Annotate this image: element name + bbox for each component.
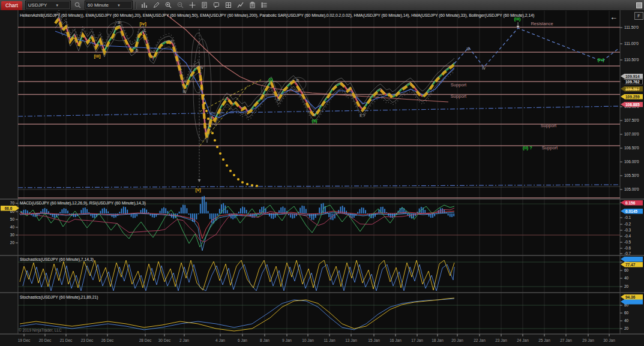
wave-label--v-: [v] — [195, 187, 200, 192]
price-tick: 106.00'0 — [624, 160, 639, 164]
interval-selector[interactable]: 60 Minute ▼ — [85, 1, 133, 10]
time-tick: 30 Jan — [600, 338, 619, 343]
time-tick: 18 Jan — [428, 338, 447, 343]
stoch-slow-right-tick: 40 — [624, 318, 628, 323]
time-tick: 29 Jan — [579, 338, 598, 343]
wave-label-Support: Support — [451, 82, 466, 88]
wave-label--iv-: [iv] — [139, 21, 146, 26]
stoch-fast-right-tick: 20 — [624, 284, 628, 289]
macd-right-tick: -0.2 — [624, 222, 631, 227]
wave-label-b: b — [136, 47, 138, 53]
toolbar: Chart USDJPY ▼ 60 Minute ▼ — [0, 0, 644, 10]
chart-window: Chart USDJPY ▼ 60 Minute ▼ — [0, 0, 644, 346]
macd-right-tick: -0.6 — [624, 246, 631, 251]
rsi-left-tick: 70 — [5, 201, 14, 206]
back-arrow-icon[interactable]: ← — [610, 13, 618, 21]
wave-label-c: c — [313, 112, 316, 118]
instrument-search-icon[interactable] — [73, 1, 83, 10]
time-tick: 20 Dec — [35, 338, 55, 343]
time-tick: 4 Jan — [211, 338, 230, 343]
wave-label-ii-: ii ? — [360, 113, 366, 118]
wave-label-Resistance: Resistance — [531, 21, 553, 26]
price-tick: 105.50'0 — [624, 173, 639, 178]
macd-right-tick: -0.5 — [624, 240, 631, 245]
fast-scroll-button[interactable]: F — [634, 12, 643, 20]
panel-label-macd-rsi: MACD(USDJPY (60 Minute),12,26,9), RSI(US… — [20, 201, 146, 205]
stoch-slow-right-tick: 20 — [624, 326, 628, 331]
zoom-in-icon[interactable] — [163, 1, 173, 10]
wave-label-b: b — [296, 77, 299, 83]
tab-chart[interactable]: Chart — [1, 1, 22, 10]
stoch-fast-badge-77.47: 77.47 — [621, 262, 643, 267]
stoch-slow-badge — [621, 299, 643, 305]
wave-label-ii: ii — [170, 38, 172, 44]
time-tick: 28 Dec — [136, 338, 155, 343]
time-tick: 8 Jan — [255, 338, 274, 343]
chevron-down-icon: ▼ — [117, 4, 121, 7]
macd-right-tick: -0.3 — [624, 228, 631, 233]
wave-label-iv: iv — [482, 65, 485, 71]
panel-label-stoch-fast: Stochastics(USDJPY (60 Minute),7,14,3) — [20, 257, 94, 261]
chart-canvas[interactable] — [18, 10, 620, 334]
alert-note-icon[interactable] — [211, 1, 221, 10]
rsi-left-tick: 20 — [5, 240, 14, 245]
rsi-left-tick: 40 — [5, 225, 14, 230]
price-tick: 106.50'0 — [624, 146, 639, 151]
rsi-left-tick: 30 — [5, 233, 14, 237]
wave-label-Support: Support — [541, 123, 556, 128]
time-tick: 15 Jan — [364, 338, 384, 343]
time-tick: 9 Jan — [277, 338, 296, 343]
instrument-value: USDJPY — [28, 2, 47, 8]
wave-label-c: c — [143, 28, 146, 33]
price-tick: 107.00'0 — [624, 132, 639, 137]
instrument-selector[interactable]: USDJPY ▼ — [25, 1, 71, 10]
wave-label--i-: (i) — [268, 77, 272, 82]
wave-label-iv: iv — [200, 65, 203, 70]
price-badge-109.259: 109.259 — [621, 94, 643, 100]
time-tick: 20 Jan — [448, 338, 467, 343]
time-tick: 11 Jan — [320, 338, 339, 343]
price-badge-109.914: 109.914 — [621, 74, 643, 79]
time-tick: 23 Jan — [492, 338, 511, 343]
panel-grid-icon[interactable] — [223, 1, 233, 10]
wave-label-iii: iii — [183, 89, 186, 94]
macd-right-tick: -0.4 — [624, 234, 631, 239]
wave-label--iv-: (iv) — [597, 57, 604, 62]
zoom-out-icon[interactable] — [175, 1, 185, 10]
price-badge-109.587: 109.587 — [621, 86, 643, 92]
rsi-left-tick: 50 — [5, 217, 14, 222]
time-tick: 2 Jan — [175, 338, 194, 343]
price-tick: 110.50'0 — [624, 58, 639, 62]
wave-label--ii-: (ii) — [311, 118, 317, 124]
wave-label-iii: iii — [467, 46, 470, 52]
wave-label--ii-: (ii) ? — [523, 145, 532, 151]
indicators-icon[interactable] — [235, 1, 245, 10]
time-tick: 6 Jan — [233, 338, 252, 343]
time-tick: 26 Dec — [98, 338, 117, 343]
wave-label--iii-: [iii] — [94, 53, 100, 59]
data-box-icon[interactable] — [199, 1, 209, 10]
macd-badge-0.0145: 0.0145 — [621, 209, 643, 214]
crosshair-icon[interactable] — [187, 1, 197, 10]
wave-label-a: a — [277, 97, 280, 102]
wave-label-i: i — [349, 86, 350, 91]
properties-icon[interactable] — [259, 1, 269, 10]
time-tick: 25 Jan — [535, 338, 554, 343]
macd-right-tick: -0.7 — [624, 251, 631, 256]
interval-value: 60 Minute — [88, 2, 109, 8]
copyright-text: © 2019 NinjaTrader, LLC — [19, 328, 62, 332]
panel-label-stoch-slow: Stochastics(USDJPY (60 Minute),21,89,21) — [20, 295, 98, 299]
macd-badge-0.156: 0.156 — [621, 200, 643, 206]
time-tick: 17 Jan — [408, 338, 427, 343]
price-tick: 105.00'0 — [624, 187, 639, 192]
wave-label-Support: Support — [451, 94, 466, 99]
time-tick: 27 Jan — [556, 338, 576, 343]
drawing-tools-icon[interactable] — [151, 1, 161, 10]
window-corner-icon[interactable] — [636, 2, 642, 8]
chart-type-icon[interactable] — [139, 1, 149, 10]
analyzer-icon[interactable] — [247, 1, 257, 10]
price-tick: 107.50'0 — [624, 118, 639, 123]
stoch-slow-badge-94.36: 94.36 — [621, 294, 643, 300]
time-tick: 13 Jan — [342, 338, 361, 343]
time-tick: 30 Dec — [155, 338, 174, 343]
